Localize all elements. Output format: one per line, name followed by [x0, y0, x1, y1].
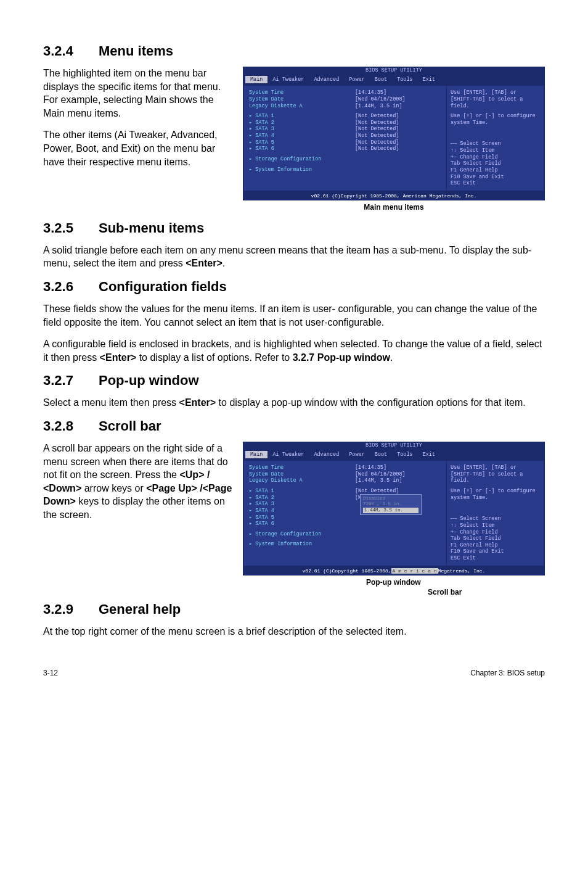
bios-tab-power: Power: [344, 76, 370, 84]
bios-sata-val: [Not Detected]: [355, 120, 441, 126]
heading-326: 3.2.6Configuration fields: [43, 279, 545, 295]
bios-help1: Use [ENTER], [TAB] or [SHIFT-TAB] to sel…: [451, 464, 540, 484]
bios-sata-lbl: ▸ SATA 6: [249, 521, 355, 527]
bios-sata-val: [355, 521, 441, 527]
para-324-2: The other items (Ai Tweaker, Advanced, P…: [43, 128, 233, 168]
bios-help2: Use [+] or [-] to configure system Time.: [451, 113, 540, 126]
bios-row-val: [Wed 04/16/2008]: [355, 471, 441, 478]
bios-sata-lbl: ▸ SATA 3: [249, 501, 355, 508]
bios-tab-main: Main: [245, 76, 267, 84]
bios-tab-boot: Boot: [370, 76, 392, 84]
bios-key: +- Change Field: [451, 529, 540, 536]
bios-right-pane: Use [ENTER], [TAB] or [SHIFT-TAB] to sel…: [447, 86, 544, 191]
bios-tab-tools: Tools: [392, 451, 418, 459]
popup-opt: 720K , 3.5 in.: [363, 501, 419, 507]
bios-submenu: ▸ System Information: [249, 167, 441, 173]
bios-tab-tools: Tools: [392, 76, 418, 84]
bios-tab-ai: Ai Tweaker: [267, 76, 309, 84]
bios-sata-val: [Not Detected]: [355, 126, 441, 133]
bios-sata-lbl: ▸ SATA 4: [249, 508, 355, 514]
bios-key: F1 General Help: [451, 167, 540, 174]
bios-key: ↑↓ Select Item: [451, 147, 540, 154]
para-326-1: These fields show the values for the men…: [43, 302, 545, 329]
bios-footer: v02.61 (C)Copyright 1985-2008, American …: [243, 192, 545, 200]
bios-sata-lbl: ▸ SATA 1: [249, 488, 355, 495]
bios-sata-val: [Not Detected]: [355, 133, 441, 139]
bios-key: F1 General Help: [451, 542, 540, 549]
bios-title: BIOS SETUP UTILITY: [243, 442, 545, 450]
bios-right-pane: Use [ENTER], [TAB] or [SHIFT-TAB] to sel…: [447, 461, 544, 566]
bios-row-lbl: System Date: [249, 471, 355, 478]
bios-key: ESC Exit: [451, 180, 540, 187]
bios-row-lbl: System Time: [249, 89, 355, 96]
bios-row-val: [1.44M, 3.5 in]: [355, 477, 441, 484]
popup-opt: Disabled: [363, 496, 419, 501]
bios-row-lbl: Legacy Diskette A: [249, 103, 355, 110]
chapter-label: Chapter 3: BIOS setup: [470, 669, 545, 677]
heading-325: 3.2.5Sub-menu items: [43, 220, 545, 236]
bios-popup-window: Disabled 720K , 3.5 in. 1.44M, 3.5 in.: [360, 494, 422, 515]
bios-row-lbl: System Date: [249, 96, 355, 103]
para-329-1: At the top right corner of the menu scre…: [43, 625, 545, 638]
para-326-2: A configurable field is enclosed in brac…: [43, 337, 545, 364]
bios-tab-adv: Advanced: [309, 451, 344, 459]
bios-sata-lbl: ▸ SATA 4: [249, 133, 355, 139]
bios-key: F10 Save and Exit: [451, 174, 540, 181]
caption-popup: Pop-up window: [366, 578, 421, 587]
bios-screenshot-2: BIOS SETUP UTILITY Main Ai Tweaker Advan…: [243, 442, 545, 576]
bios-sata-val: [Not Detected]: [355, 146, 441, 152]
caption-scrollbar: Scroll bar: [428, 588, 462, 596]
bios-sata-lbl: ▸ SATA 3: [249, 126, 355, 133]
bios-key: ←→ Select Screen: [451, 516, 540, 522]
para-325-1: A solid triangle before each item on any…: [43, 244, 545, 270]
bios-row-lbl: Legacy Diskette A: [249, 477, 355, 484]
bios-help2: Use [+] or [-] to configure system Time.: [451, 488, 540, 501]
bios-key: ←→ Select Screen: [451, 141, 540, 147]
para-328-1: A scroll bar appears on the right side o…: [43, 442, 233, 522]
bios-help1: Use [ENTER], [TAB] or [SHIFT-TAB] to sel…: [451, 89, 540, 109]
para-324-1: The highlighted item on the menu bar dis…: [43, 67, 233, 120]
bios-tab-main: Main: [245, 451, 267, 459]
bios-sata-val: [Not Detected]: [355, 113, 441, 120]
bios-row-val: [14:14:35]: [355, 89, 441, 96]
bios-sata-val: [Not Detected]: [355, 139, 441, 146]
bios-title: BIOS SETUP UTILITY: [243, 67, 545, 75]
page-footer: 3-12 Chapter 3: BIOS setup: [43, 669, 545, 677]
page-number: 3-12: [43, 669, 58, 677]
bios-key: Tab Select Field: [451, 160, 540, 167]
bios-tabs: Main Ai Tweaker Advanced Power Boot Tool…: [243, 75, 545, 85]
bios-tab-boot: Boot: [370, 451, 392, 459]
bios-row-lbl: System Time: [249, 464, 355, 471]
bios-sata-lbl: ▸ SATA 1: [249, 113, 355, 120]
heading-328: 3.2.8Scroll bar: [43, 418, 545, 434]
bios-row-val: [1.44M, 3.5 in]: [355, 103, 441, 110]
bios-tab-exit: Exit: [418, 451, 440, 459]
bios-key: Tab Select Field: [451, 535, 540, 542]
bios-key: ↑↓ Select Item: [451, 522, 540, 529]
popup-opt-selected: 1.44M, 3.5 in.: [363, 508, 419, 513]
bios-screenshot-1: BIOS SETUP UTILITY Main Ai Tweaker Advan…: [243, 67, 545, 200]
bios-key: +- Change Field: [451, 154, 540, 161]
bios-tab-ai: Ai Tweaker: [267, 451, 309, 459]
bios-sata-lbl: ▸ SATA 5: [249, 514, 355, 521]
bios-row-val: [Wed 04/16/2008]: [355, 96, 441, 103]
bios-tab-adv: Advanced: [309, 76, 344, 84]
bios-submenu: ▸ Storage Configuration: [249, 156, 441, 163]
caption-main-menu: Main menu items: [243, 203, 545, 212]
bios-left-pane: System Time[14:14:35] System Date[Wed 04…: [244, 86, 447, 191]
bios-footer: v02.61 (C)Copyright 1985-2008,A m e r i …: [243, 567, 545, 576]
heading-327: 3.2.7Pop-up window: [43, 373, 545, 389]
bios-sata-lbl: ▸ SATA 2: [249, 495, 355, 501]
heading-324: 3.2.4Menu items: [43, 43, 545, 59]
bios-tabs: Main Ai Tweaker Advanced Power Boot Tool…: [243, 450, 545, 460]
para-327-1: Select a menu item then press <Enter> to…: [43, 396, 545, 410]
bios-submenu: ▸ System Information: [249, 541, 441, 548]
bios-sata-lbl: ▸ SATA 2: [249, 120, 355, 126]
bios-sata-lbl: ▸ SATA 5: [249, 139, 355, 146]
bios-tab-exit: Exit: [418, 76, 440, 84]
bios-key: F10 Save and Exit: [451, 548, 540, 555]
bios-sata-lbl: ▸ SATA 6: [249, 146, 355, 152]
bios-tab-power: Power: [344, 451, 370, 459]
bios-row-val: [14:14:35]: [355, 464, 441, 471]
heading-329: 3.2.9General help: [43, 601, 545, 617]
